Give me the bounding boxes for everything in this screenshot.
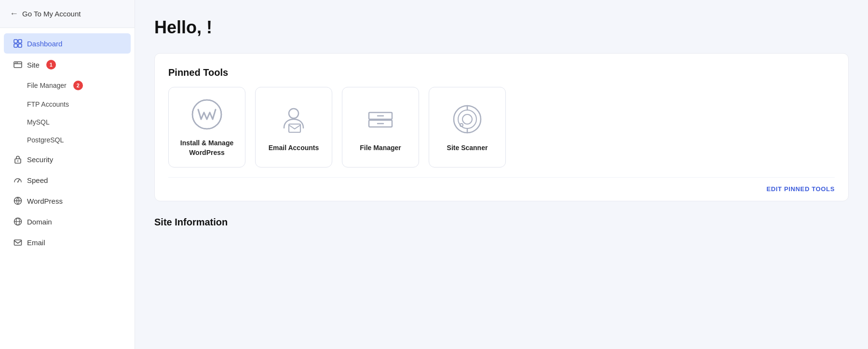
pinned-tools-section: Pinned Tools Install & Manage WordPress — [154, 53, 849, 201]
sidebar-item-dashboard[interactable]: Dashboard — [4, 33, 131, 54]
sidebar-sub-ftp[interactable]: FTP Accounts — [4, 96, 131, 113]
sidebar-sub-mysql[interactable]: MySQL — [4, 113, 131, 131]
sidebar-item-domain-label: Domain — [27, 218, 52, 226]
sidebar-item-speed[interactable]: Speed — [4, 170, 131, 190]
mysql-sub-label: MySQL — [27, 118, 50, 126]
sidebar-item-site[interactable]: Site 1 — [4, 54, 131, 75]
sidebar-item-security[interactable]: Security — [4, 149, 131, 169]
site-icon — [14, 60, 22, 69]
sidebar-item-security-label: Security — [27, 155, 53, 164]
file-manager-sub-label: File Manager — [27, 82, 67, 89]
svg-point-26 — [462, 114, 472, 124]
hello-greeting: Hello, ! — [154, 17, 849, 38]
svg-rect-15 — [14, 240, 22, 245]
svg-point-25 — [458, 110, 476, 128]
tool-card-file-manager[interactable]: File Manager — [342, 87, 419, 168]
site-scanner-tool-label: Site Scanner — [447, 143, 488, 153]
sidebar-item-speed-label: Speed — [27, 176, 48, 184]
file-manager-tool-label: File Manager — [360, 143, 401, 153]
sidebar-sub-postgresql[interactable]: PostgreSQL — [4, 131, 131, 149]
svg-rect-4 — [14, 62, 22, 68]
sidebar-sub-file-manager[interactable]: File Manager 2 — [4, 76, 131, 95]
edit-pinned-tools-link[interactable]: EDIT PINNED TOOLS — [766, 185, 835, 193]
site-information-title: Site Information — [154, 217, 849, 228]
email-icon — [14, 238, 22, 247]
sidebar-item-wordpress-label: WordPress — [27, 197, 63, 205]
file-manager-badge: 2 — [73, 81, 83, 90]
main-content: Hello, ! Pinned Tools Install & Manage W… — [135, 0, 868, 349]
speed-icon — [14, 176, 22, 184]
sidebar-item-email-label: Email — [27, 238, 45, 247]
wordpress-icon — [14, 196, 22, 205]
sidebar-item-site-label: Site — [27, 61, 40, 69]
sidebar: ← Go To My Account Dashboard — [0, 0, 135, 349]
postgresql-sub-label: PostgreSQL — [27, 136, 64, 144]
svg-point-10 — [17, 181, 18, 182]
site-badge: 1 — [46, 60, 56, 70]
sidebar-nav: Dashboard Site 1 File Manager 2 FTP Acco… — [0, 28, 135, 258]
sidebar-item-dashboard-label: Dashboard — [27, 40, 62, 48]
ftp-sub-label: FTP Accounts — [27, 100, 69, 108]
site-scanner-tool-icon — [450, 102, 485, 137]
sidebar-item-domain[interactable]: Domain — [4, 211, 131, 232]
file-manager-tool-icon — [363, 102, 398, 137]
pinned-tools-title: Pinned Tools — [168, 67, 835, 78]
svg-point-17 — [192, 100, 221, 129]
wordpress-tool-label: Install & Manage WordPress — [175, 139, 239, 157]
hello-text: Hello, — [154, 17, 202, 37]
svg-point-9 — [17, 160, 18, 161]
dashboard-icon — [14, 39, 22, 48]
go-to-account-button[interactable]: ← Go To My Account — [0, 0, 135, 28]
svg-rect-19 — [289, 124, 300, 132]
edit-pinned-tools-section: EDIT PINNED TOOLS — [168, 177, 835, 193]
tool-card-site-scanner[interactable]: Site Scanner — [429, 87, 506, 168]
svg-rect-1 — [18, 40, 22, 43]
lock-icon — [14, 155, 22, 164]
tool-card-wordpress[interactable]: Install & Manage WordPress — [168, 87, 245, 168]
svg-rect-2 — [14, 44, 17, 47]
hello-exclaim: ! — [206, 17, 212, 37]
svg-point-18 — [289, 109, 298, 118]
svg-rect-3 — [18, 44, 22, 47]
globe-icon — [14, 217, 22, 226]
svg-rect-0 — [14, 40, 17, 43]
email-accounts-tool-icon — [276, 102, 311, 137]
tools-grid: Install & Manage WordPress Email Account… — [168, 87, 835, 168]
svg-point-29 — [460, 124, 463, 126]
wordpress-tool-icon — [190, 97, 224, 132]
go-to-account-label: Go To My Account — [22, 10, 81, 18]
sidebar-item-wordpress[interactable]: WordPress — [4, 191, 131, 211]
back-arrow-icon: ← — [10, 9, 18, 19]
sidebar-item-email[interactable]: Email — [4, 232, 131, 252]
tool-card-email-accounts[interactable]: Email Accounts — [255, 87, 332, 168]
email-accounts-tool-label: Email Accounts — [269, 143, 319, 153]
